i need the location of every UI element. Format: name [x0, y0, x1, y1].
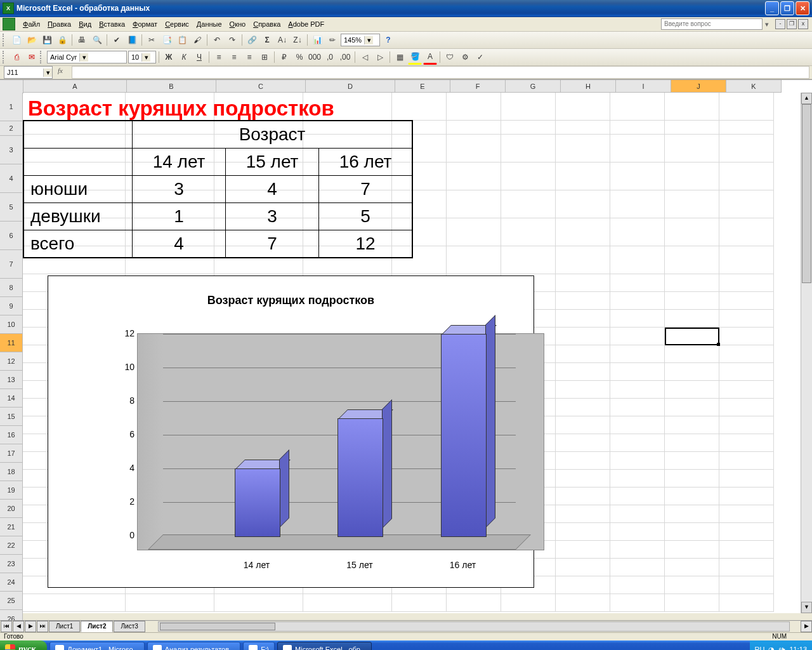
- row-header[interactable]: 4: [0, 164, 23, 193]
- sort-desc-icon[interactable]: Z↓: [291, 33, 304, 47]
- row-header[interactable]: 1: [0, 93, 23, 121]
- row-header[interactable]: 2: [0, 121, 23, 136]
- preview-icon[interactable]: 🔍: [90, 33, 104, 47]
- tray-lang[interactable]: RU: [755, 646, 765, 650]
- research-icon[interactable]: 📘: [125, 33, 139, 47]
- font-size-combo[interactable]: 10▾: [128, 51, 156, 63]
- toolbar-handle[interactable]: [3, 51, 7, 63]
- scroll-thumb[interactable]: [802, 104, 811, 283]
- tab-nav-first-icon[interactable]: ⏮: [1, 621, 12, 632]
- menu-item[interactable]: Файл: [19, 19, 44, 29]
- column-header[interactable]: A: [23, 80, 127, 93]
- taskbar-button[interactable]: Документ1 - Microso...: [49, 642, 144, 650]
- fill-color-icon[interactable]: 🪣: [408, 50, 422, 65]
- row-header[interactable]: 14: [0, 389, 23, 408]
- cut-icon[interactable]: ✂: [145, 33, 159, 47]
- sheet-tab[interactable]: Лист1: [49, 621, 80, 632]
- start-button[interactable]: пуск: [0, 640, 47, 650]
- row-header[interactable]: 25: [0, 592, 23, 610]
- format-painter-icon[interactable]: 🖌: [190, 33, 204, 47]
- column-header[interactable]: E: [395, 80, 450, 93]
- column-header[interactable]: I: [616, 80, 671, 93]
- data-cell[interactable]: 7: [226, 230, 319, 258]
- row-header[interactable]: 5: [0, 193, 23, 222]
- new-icon[interactable]: 📄: [10, 33, 23, 47]
- tab-nav-prev-icon[interactable]: ◀: [13, 621, 24, 632]
- tray-icon[interactable]: ◔: [768, 646, 775, 651]
- row-header[interactable]: 16: [0, 426, 23, 444]
- select-all-corner[interactable]: [0, 80, 23, 93]
- mdi-restore-button[interactable]: ❐: [787, 19, 797, 29]
- system-tray[interactable]: RU ◔ 🕪 11:13: [750, 640, 812, 650]
- row-header[interactable]: 12: [0, 352, 23, 371]
- row-header[interactable]: 17: [0, 444, 23, 463]
- scroll-up-icon[interactable]: ▲: [801, 93, 812, 104]
- close-button[interactable]: ✕: [796, 1, 809, 15]
- row-header[interactable]: 6: [0, 222, 23, 250]
- percent-icon[interactable]: %: [292, 50, 306, 64]
- maximize-button[interactable]: ❐: [780, 1, 794, 15]
- tray-icon[interactable]: 🕪: [778, 646, 785, 650]
- pdf-mail-icon[interactable]: ✉: [25, 50, 39, 64]
- row-header[interactable]: 15: [0, 408, 23, 426]
- column-header[interactable]: H: [561, 80, 616, 93]
- row-header[interactable]: 22: [0, 536, 23, 555]
- data-cell[interactable]: 7: [319, 176, 413, 203]
- embedded-chart[interactable]: Возраст курящих подростков 14 лет15 лет1…: [48, 275, 534, 588]
- taskbar-button[interactable]: F:\: [243, 642, 275, 650]
- sheet-tab[interactable]: Лист2: [81, 621, 113, 632]
- menu-item[interactable]: Adobe PDF: [284, 19, 328, 29]
- menu-item[interactable]: Окно: [226, 19, 250, 29]
- pdf-icon[interactable]: ⎙: [10, 50, 23, 64]
- open-icon[interactable]: 📂: [25, 33, 39, 47]
- currency-icon[interactable]: ₽: [277, 50, 291, 64]
- undo-icon[interactable]: ↶: [210, 33, 224, 47]
- column-header[interactable]: D: [306, 80, 395, 93]
- row-header[interactable]: 21: [0, 518, 23, 536]
- data-cell[interactable]: 12: [319, 230, 413, 258]
- data-table[interactable]: Возраст 14 лет 15 лет 16 лет юноши 3 4 7…: [23, 120, 413, 258]
- font-name-combo[interactable]: Arial Cyr▾: [47, 51, 127, 63]
- row-header[interactable]: 11: [0, 334, 23, 352]
- fx-icon[interactable]: fx: [58, 67, 69, 78]
- column-header[interactable]: G: [506, 80, 561, 93]
- autosum-icon[interactable]: Σ: [260, 33, 274, 47]
- row-header[interactable]: 13: [0, 371, 23, 389]
- help-dropdown-icon[interactable]: ▾: [763, 20, 771, 29]
- paste-icon[interactable]: 📋: [175, 33, 189, 47]
- toolbar-handle[interactable]: [40, 51, 44, 63]
- name-box[interactable]: J11▾: [4, 66, 53, 79]
- taskbar-button[interactable]: Microsoft Excel - обр...: [277, 642, 372, 650]
- align-center-icon[interactable]: ≡: [227, 50, 241, 64]
- inc-indent-icon[interactable]: ▷: [373, 50, 387, 64]
- menu-item[interactable]: Вид: [75, 19, 95, 29]
- chart-wizard-icon[interactable]: 📊: [310, 33, 324, 47]
- column-header[interactable]: F: [450, 80, 506, 93]
- column-header[interactable]: B: [127, 80, 216, 93]
- sheet-tab[interactable]: Лист3: [114, 621, 145, 632]
- column-header[interactable]: K: [726, 80, 782, 93]
- row-header[interactable]: 8: [0, 279, 23, 297]
- tab-nav-next-icon[interactable]: ▶: [25, 621, 36, 632]
- italic-icon[interactable]: К: [177, 50, 191, 64]
- tray-clock[interactable]: 11:13: [789, 646, 807, 650]
- toolbar-handle[interactable]: [3, 34, 7, 46]
- copy-icon[interactable]: 📑: [160, 33, 174, 47]
- row-header[interactable]: 24: [0, 573, 23, 592]
- scroll-thumb[interactable]: [160, 623, 275, 630]
- mdi-minimize-button[interactable]: -: [775, 19, 785, 29]
- worksheet-area[interactable]: ABCDEFGHIJK 1234567891011121314151617181…: [0, 79, 812, 613]
- row-header[interactable]: 10: [0, 315, 23, 334]
- row-header[interactable]: 20: [0, 500, 23, 518]
- data-cell[interactable]: 3: [226, 203, 319, 230]
- underline-icon[interactable]: Ч: [192, 50, 206, 64]
- row-header[interactable]: 7: [0, 250, 23, 279]
- save-icon[interactable]: 💾: [40, 33, 54, 47]
- font-color-icon[interactable]: A: [423, 50, 437, 65]
- align-left-icon[interactable]: ≡: [212, 50, 226, 64]
- row-header[interactable]: 18: [0, 463, 23, 481]
- dec-indent-icon[interactable]: ◁: [358, 50, 372, 64]
- formula-input[interactable]: [72, 66, 809, 79]
- row-header[interactable]: 9: [0, 297, 23, 315]
- security-icon[interactable]: 🛡: [443, 50, 457, 64]
